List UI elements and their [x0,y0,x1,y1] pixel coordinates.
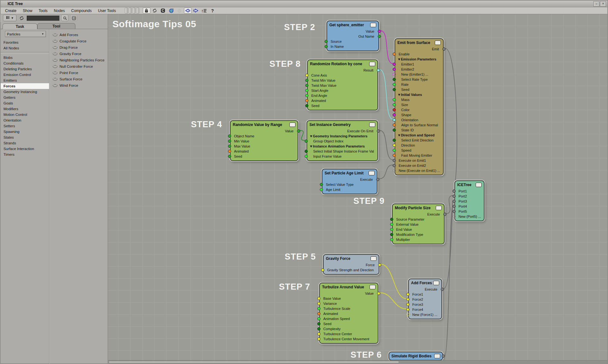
node-port-row[interactable]: Force2 [409,297,441,302]
sidebar-item-motion-control[interactable]: Motion Control [1,112,49,117]
node-turbulize[interactable]: Turbulize Around ValueValueBase ValueVar… [319,283,378,344]
node-port-row[interactable]: Emitter1 [395,62,443,67]
input-port-twist-max-value[interactable] [305,84,308,87]
input-port-gravity-strength-and-direction[interactable] [321,268,324,272]
wire-set-particle-age-to-emit-from-surface[interactable] [379,165,393,179]
node-header[interactable]: ICETree [455,181,484,189]
globe-icon[interactable] [168,8,175,14]
sidebar-item-conditionals[interactable]: Conditionals [1,60,49,66]
input-port-force2[interactable] [406,298,409,301]
node-port-row[interactable]: Force1 [409,292,441,297]
node-port-row[interactable]: Execute on Emit2 [395,163,443,168]
input-port-color[interactable] [393,108,396,111]
node-port-row[interactable]: Enable [395,52,443,57]
node-menu-icon[interactable] [369,171,375,175]
sidebar-item-forces[interactable]: Forces [1,83,49,89]
sidebar-item-strands[interactable]: Strands [1,140,49,146]
node-port-row[interactable]: Animated [231,149,298,154]
tab-tool[interactable]: Tool [37,23,75,29]
node-port-row[interactable]: In Name [327,44,378,49]
input-port-in-name[interactable] [325,45,328,48]
node-menu-icon[interactable] [289,122,295,127]
palette-item-drag-force[interactable]: Drag Force [49,44,108,51]
palette-item-coagulate-force[interactable]: Coagulate Force [49,38,108,44]
input-port-shape[interactable] [393,113,396,116]
node-port-row[interactable]: Color [395,107,443,112]
wire-turbulize-to-add-forces[interactable] [380,293,407,309]
input-port-select-initial-shape-instance-frame-val[interactable] [305,150,308,153]
input-port-turbulence-center-movement[interactable] [317,337,320,341]
input-port-force1[interactable] [406,293,409,296]
wire-randomize-value-to-set-instance-geometry[interactable] [300,130,305,141]
output-port-out-name[interactable] [378,35,381,38]
node-port-row[interactable]: Speed [395,148,443,153]
menu-tools[interactable]: Tools [35,9,51,13]
palette-item-gravity-force[interactable]: Gravity Force [49,51,108,57]
node-menu-icon[interactable] [434,354,440,358]
node-randomize-rotation[interactable]: Randomize Rotation by coneResultCone Axi… [307,60,378,110]
node-header[interactable]: Add Forces [409,279,441,287]
input-port-turbulence-scale[interactable] [317,307,320,310]
node-menu-icon[interactable] [370,285,376,289]
node-header[interactable]: Modify Particle Size [393,204,444,212]
node-menu-icon[interactable] [436,206,442,210]
node-menu-icon[interactable] [369,122,375,127]
input-port-multiplier[interactable] [390,238,393,241]
node-icetree[interactable]: ICETreePort1Port2Port3Port4Port5New (Por… [454,180,484,221]
node-port-row[interactable]: Object Name [231,134,298,139]
sidebar-item-goals[interactable]: Goals [1,100,49,106]
node-header[interactable]: Simulate Rigid Bodies [389,352,442,360]
node-header[interactable]: Set Particle Age Limit [322,169,377,177]
sync-icon[interactable] [151,8,159,14]
output-port-execute[interactable] [376,178,379,181]
tab-task[interactable]: Task [3,23,37,29]
node-port-row[interactable]: Seed [320,321,378,326]
input-port-enable[interactable] [393,53,396,56]
category-filter-dropdown[interactable]: Particles ▼ [5,31,46,37]
node-port-row[interactable]: Port3 [455,199,484,204]
input-port-input-frame-value[interactable] [305,155,308,158]
node-port-row[interactable]: Min Value [231,139,298,144]
node-port-row[interactable]: Rate [395,82,443,87]
node-port-row[interactable]: Execute [393,212,444,217]
sidebar-item-modifiers[interactable]: Modifiers [1,106,49,112]
node-port-row[interactable]: Port1 [455,189,484,194]
input-port-rate[interactable] [393,83,396,86]
node-port-row[interactable]: Select Value Type [322,182,377,187]
input-port-age-limit[interactable] [320,188,323,191]
palette-item-neighboring-particles-force[interactable]: Neighboring Particles Force [49,57,108,63]
node-port-row[interactable]: New (Emitter1) ... [395,72,443,77]
output-port-emit[interactable] [442,47,446,51]
sidebar-item-geometry-instancing[interactable]: Geometry Instancing [1,89,49,95]
node-port-row[interactable]: Seed [231,154,298,159]
node-menu-icon[interactable] [369,62,375,66]
input-port-variance[interactable] [317,302,320,305]
node-header[interactable]: Turbulize Around Value [320,283,378,291]
input-port-direction[interactable] [393,144,396,147]
input-port-max-value[interactable] [228,145,231,148]
sidebar-item-deleting-particles[interactable]: Deleting Particles [1,66,49,72]
sidebar-item-getters[interactable]: Getters [1,95,49,100]
input-port-select-rate-type[interactable] [393,78,396,81]
output-port-value[interactable] [377,292,380,295]
menu-compounds[interactable]: Compounds [68,9,95,13]
node-port-row[interactable]: Seed [395,87,443,92]
input-port-execute-on-emit2[interactable] [393,164,396,167]
node-port-row[interactable]: Fast Moving Emitter [395,153,443,158]
input-port-new-force1[interactable] [406,313,409,316]
input-port-animated[interactable] [305,99,308,102]
node-port-row[interactable]: Max Value [231,144,298,149]
node-port-row[interactable]: Animated [308,98,377,103]
sidebar-item-timers[interactable]: Timers [1,152,49,157]
node-menu-icon[interactable] [435,41,441,45]
input-port-turbulence-center[interactable] [317,332,320,336]
node-port-row[interactable]: Execute on Emit1 [395,158,443,163]
node-port-row[interactable]: Emit [395,47,443,52]
node-randomize-value[interactable]: Randomize Value by RangeValueObject Name… [230,120,298,161]
input-port-force3[interactable] [406,303,409,306]
input-port-speed[interactable] [393,149,396,152]
input-port-end-value[interactable] [390,228,393,231]
node-header[interactable]: Get sphere_emitter [327,21,378,29]
node-port-row[interactable]: Twist Max Value [308,83,377,88]
sidebar-item-emission-control[interactable]: Emission Control [1,72,49,78]
